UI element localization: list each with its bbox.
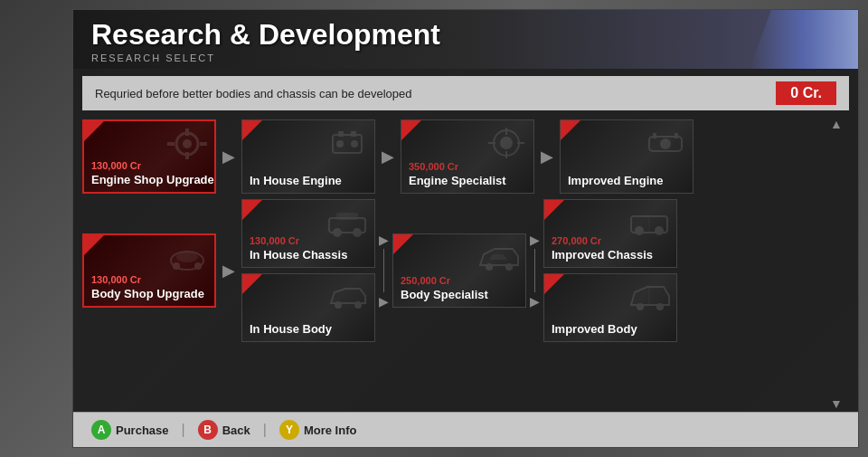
back-button[interactable]: B Back [198,420,250,440]
svg-point-30 [354,301,362,309]
svg-rect-5 [200,142,207,146]
improved-body-icon [627,280,671,318]
improved-chassis-icon [627,205,671,243]
svg-point-26 [333,228,342,237]
more-info-button[interactable]: Y More Info [279,420,357,440]
card-body-specialist[interactable]: 250,000 Cr Body Specialist [392,233,526,308]
svg-rect-7 [338,131,344,137]
scroll-up-button[interactable]: ▲ [827,116,845,132]
btn-y-circle: Y [279,420,299,440]
body-shop-name: Body Shop Upgrade [91,287,214,301]
svg-rect-4 [167,142,175,146]
card-body-shop-upgrade[interactable]: 130,000 Cr Body Shop Upgrade [82,233,216,308]
arrow-body-branch: ▶ [220,261,238,281]
purchase-button[interactable]: A Purchase [91,420,169,440]
svg-point-38 [656,303,664,310]
engine-specialist-name: Engine Specialist [409,174,533,188]
page-subtitle: RESEARCH SELECT [91,52,840,63]
svg-point-37 [637,303,644,310]
back-label: Back [222,424,250,437]
svg-point-18 [660,138,671,149]
svg-point-35 [655,226,664,235]
card-improved-body[interactable]: Improved Body [543,273,677,342]
arrow-2: ▶ [379,147,397,167]
right-branch-arrows: ▶ ▶ [530,233,540,309]
card-in-house-chassis[interactable]: 130,000 Cr In House Chassis [241,199,375,268]
arrow-3: ▶ [538,147,556,167]
svg-rect-3 [185,152,189,159]
svg-rect-19 [653,133,656,138]
svg-point-10 [351,140,358,148]
scroll-area: ▲ 130,000 Cr [73,116,858,412]
svg-point-24 [194,262,202,270]
card-in-house-body[interactable]: In House Body [241,273,375,342]
svg-point-31 [486,263,493,271]
body-shop-icon [165,241,209,279]
svg-point-29 [335,301,342,309]
right-branch: 270,000 Cr Improved Chassis [543,199,677,342]
svg-point-27 [353,228,362,237]
arrow-1: ▶ [220,147,238,167]
in-house-body-name: In House Body [250,322,374,337]
svg-point-9 [336,140,344,148]
engine-row: 130,000 Cr Engine Shop Upgrade ▶ [82,119,827,194]
arrow-body: ▶ [379,294,389,309]
vert-line [383,249,384,292]
btn-b-circle: B [198,420,218,440]
in-house-chassis-icon [326,205,369,243]
improved-engine-icon [644,126,687,164]
engine-shop-icon [165,127,209,165]
footer: A Purchase | B Back | Y More Info [73,412,858,447]
page-title: Research & Development [91,19,840,51]
improved-chassis-name: Improved Chassis [552,248,676,262]
btn-a-circle: A [91,420,111,440]
svg-rect-8 [351,131,356,137]
credits-display: 0 Cr. [776,81,836,105]
in-house-engine-icon [326,126,369,164]
body-specialist-name: Body Specialist [401,288,525,302]
card-improved-engine[interactable]: Improved Engine [560,119,693,194]
svg-point-1 [183,139,192,148]
info-bar: Requried before better bodies and chassi… [82,76,849,110]
svg-rect-28 [336,213,358,220]
svg-point-12 [500,137,513,149]
card-improved-chassis[interactable]: 270,000 Cr Improved Chassis [543,199,677,268]
header: Research & Development RESEARCH SELECT [73,10,858,69]
more-info-label: More Info [304,424,357,437]
body-specialist-icon [476,240,520,278]
in-house-body-icon [326,280,369,318]
info-message: Requried before better bodies and chassi… [95,87,412,100]
research-grid: 130,000 Cr Engine Shop Upgrade ▶ [82,119,849,342]
card-engine-specialist[interactable]: 350,000 Cr Engine Specialist [401,119,534,194]
improved-body-name: Improved Body [552,322,676,337]
svg-rect-2 [185,129,189,136]
in-house-chassis-name: In House Chassis [250,248,374,262]
arrow-improved-body: ▶ [530,294,540,309]
sep-2: | [263,422,267,438]
branch-arrows: ▶ ▶ [379,233,389,309]
in-house-engine-name: In House Engine [250,174,374,188]
svg-rect-20 [675,133,678,138]
engine-specialist-icon [485,126,528,164]
svg-point-22 [176,252,198,262]
purchase-label: Purchase [116,424,169,437]
chassis-body-row: 130,000 Cr Body Shop Upgrade ▶ [82,199,827,342]
engine-shop-name: Engine Shop Upgrade [91,173,214,187]
svg-point-32 [505,263,513,271]
svg-point-23 [173,262,180,270]
middle-branch: 130,000 Cr In House Chassis In Hou [241,199,375,342]
arrow-chassis: ▶ [379,233,389,247]
card-engine-shop-upgrade[interactable]: 130,000 Cr Engine Shop Upgrade [82,119,216,194]
card-in-house-engine[interactable]: In House Engine [241,119,375,194]
sep-1: | [182,422,185,438]
svg-point-34 [635,226,644,235]
vert-line-2 [534,249,535,292]
improved-engine-name: Improved Engine [568,174,693,188]
scroll-down-button[interactable]: ▼ [827,395,845,412]
main-panel: Research & Development RESEARCH SELECT R… [72,9,859,448]
arrow-improved-chassis: ▶ [530,233,540,247]
